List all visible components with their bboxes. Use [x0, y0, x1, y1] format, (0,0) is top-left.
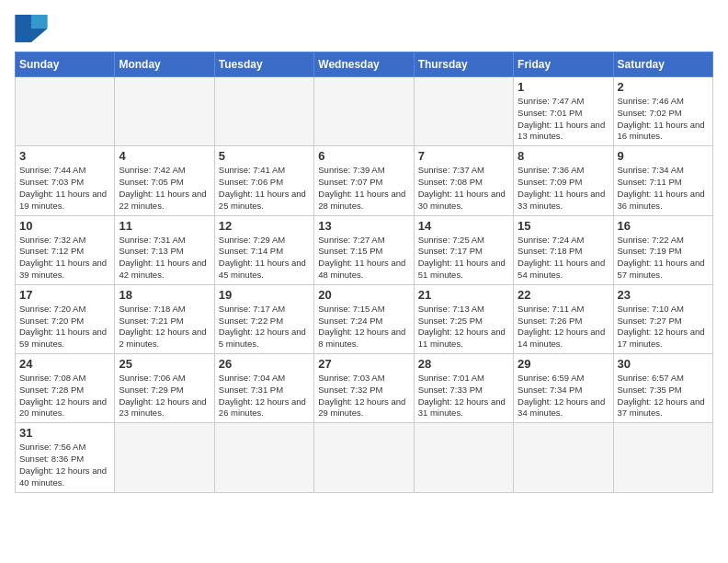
calendar-day-cell: 7Sunrise: 7:37 AM Sunset: 7:08 PM Daylig… [414, 146, 513, 215]
calendar-day-cell: 15Sunrise: 7:24 AM Sunset: 7:18 PM Dayli… [514, 215, 613, 284]
day-sun-info: Sunrise: 7:08 AM Sunset: 7:28 PM Dayligh… [19, 373, 110, 419]
day-number: 21 [418, 288, 509, 302]
calendar-day-cell: 5Sunrise: 7:41 AM Sunset: 7:06 PM Daylig… [214, 146, 313, 215]
day-number: 7 [418, 149, 509, 163]
calendar-day-cell: 19Sunrise: 7:17 AM Sunset: 7:22 PM Dayli… [214, 284, 313, 353]
weekday-header: Tuesday [214, 52, 313, 77]
day-sun-info: Sunrise: 7:20 AM Sunset: 7:20 PM Dayligh… [19, 304, 110, 350]
day-sun-info: Sunrise: 7:34 AM Sunset: 7:11 PM Dayligh… [618, 165, 709, 212]
calendar-day-cell: 22Sunrise: 7:11 AM Sunset: 7:26 PM Dayli… [514, 284, 613, 353]
day-number: 31 [19, 426, 110, 440]
calendar-day-cell [314, 77, 414, 146]
calendar-day-cell: 26Sunrise: 7:04 AM Sunset: 7:31 PM Dayli… [214, 354, 313, 423]
calendar-day-cell [414, 423, 513, 492]
calendar-day-cell: 29Sunrise: 6:59 AM Sunset: 7:34 PM Dayli… [514, 354, 613, 423]
calendar-day-cell: 12Sunrise: 7:29 AM Sunset: 7:14 PM Dayli… [214, 215, 313, 284]
day-sun-info: Sunrise: 7:29 AM Sunset: 7:14 PM Dayligh… [219, 235, 310, 282]
day-sun-info: Sunrise: 7:04 AM Sunset: 7:31 PM Dayligh… [219, 373, 310, 419]
day-number: 16 [618, 219, 709, 233]
day-number: 26 [219, 357, 310, 371]
day-sun-info: Sunrise: 7:32 AM Sunset: 7:12 PM Dayligh… [19, 235, 110, 282]
calendar-day-cell [16, 77, 115, 146]
day-sun-info: Sunrise: 7:47 AM Sunset: 7:01 PM Dayligh… [518, 96, 609, 143]
day-sun-info: Sunrise: 7:44 AM Sunset: 7:03 PM Dayligh… [19, 165, 110, 212]
day-number: 18 [119, 288, 210, 302]
weekday-header: Sunday [16, 52, 115, 77]
day-number: 27 [318, 357, 409, 371]
day-sun-info: Sunrise: 7:03 AM Sunset: 7:32 PM Dayligh… [318, 373, 409, 419]
weekday-header: Friday [514, 52, 613, 77]
day-number: 12 [219, 219, 310, 233]
day-sun-info: Sunrise: 7:11 AM Sunset: 7:26 PM Dayligh… [518, 304, 609, 350]
svg-marker-2 [31, 29, 48, 42]
calendar-day-cell: 30Sunrise: 6:57 AM Sunset: 7:35 PM Dayli… [613, 354, 712, 423]
day-sun-info: Sunrise: 7:10 AM Sunset: 7:27 PM Dayligh… [618, 304, 709, 350]
day-sun-info: Sunrise: 7:22 AM Sunset: 7:19 PM Dayligh… [618, 235, 709, 282]
day-number: 28 [418, 357, 509, 371]
day-sun-info: Sunrise: 7:06 AM Sunset: 7:29 PM Dayligh… [119, 373, 210, 419]
logo [15, 15, 51, 42]
calendar-day-cell: 28Sunrise: 7:01 AM Sunset: 7:33 PM Dayli… [414, 354, 513, 423]
day-sun-info: Sunrise: 7:15 AM Sunset: 7:24 PM Dayligh… [318, 304, 409, 350]
day-number: 4 [119, 149, 210, 163]
day-number: 1 [518, 80, 609, 94]
calendar-day-cell: 31Sunrise: 7:56 AM Sunset: 8:36 PM Dayli… [16, 423, 115, 492]
day-number: 2 [618, 80, 709, 94]
calendar-day-cell: 21Sunrise: 7:13 AM Sunset: 7:25 PM Dayli… [414, 284, 513, 353]
calendar-day-cell: 6Sunrise: 7:39 AM Sunset: 7:07 PM Daylig… [314, 146, 414, 215]
weekday-header: Monday [115, 52, 214, 77]
day-sun-info: Sunrise: 7:18 AM Sunset: 7:21 PM Dayligh… [119, 304, 210, 350]
calendar-day-cell [314, 423, 414, 492]
day-number: 29 [518, 357, 609, 371]
day-number: 20 [318, 288, 409, 302]
day-number: 11 [119, 219, 210, 233]
calendar-day-cell [214, 77, 313, 146]
day-sun-info: Sunrise: 7:25 AM Sunset: 7:17 PM Dayligh… [418, 235, 509, 282]
calendar-day-cell [514, 423, 613, 492]
calendar-day-cell: 27Sunrise: 7:03 AM Sunset: 7:32 PM Dayli… [314, 354, 414, 423]
day-sun-info: Sunrise: 7:31 AM Sunset: 7:13 PM Dayligh… [119, 235, 210, 282]
calendar-week-row: 31Sunrise: 7:56 AM Sunset: 8:36 PM Dayli… [16, 423, 713, 492]
day-number: 3 [19, 149, 110, 163]
day-sun-info: Sunrise: 7:01 AM Sunset: 7:33 PM Dayligh… [418, 373, 509, 419]
calendar-day-cell: 24Sunrise: 7:08 AM Sunset: 7:28 PM Dayli… [16, 354, 115, 423]
day-number: 9 [618, 149, 709, 163]
calendar-day-cell: 25Sunrise: 7:06 AM Sunset: 7:29 PM Dayli… [115, 354, 214, 423]
day-number: 19 [219, 288, 310, 302]
day-sun-info: Sunrise: 7:17 AM Sunset: 7:22 PM Dayligh… [219, 304, 310, 350]
weekday-header: Wednesday [314, 52, 414, 77]
page-header [15, 15, 713, 42]
day-number: 23 [618, 288, 709, 302]
calendar-day-cell [115, 77, 214, 146]
calendar-day-cell: 3Sunrise: 7:44 AM Sunset: 7:03 PM Daylig… [16, 146, 115, 215]
day-number: 22 [518, 288, 609, 302]
logo-icon [15, 15, 48, 42]
weekday-header: Thursday [414, 52, 513, 77]
calendar-day-cell: 10Sunrise: 7:32 AM Sunset: 7:12 PM Dayli… [16, 215, 115, 284]
day-sun-info: Sunrise: 7:39 AM Sunset: 7:07 PM Dayligh… [318, 165, 409, 212]
calendar-week-row: 24Sunrise: 7:08 AM Sunset: 7:28 PM Dayli… [16, 354, 713, 423]
calendar-day-cell: 2Sunrise: 7:46 AM Sunset: 7:02 PM Daylig… [613, 77, 712, 146]
calendar-day-cell: 9Sunrise: 7:34 AM Sunset: 7:11 PM Daylig… [613, 146, 712, 215]
day-number: 13 [318, 219, 409, 233]
calendar-day-cell: 14Sunrise: 7:25 AM Sunset: 7:17 PM Dayli… [414, 215, 513, 284]
calendar-week-row: 3Sunrise: 7:44 AM Sunset: 7:03 PM Daylig… [16, 146, 713, 215]
calendar-day-cell: 1Sunrise: 7:47 AM Sunset: 7:01 PM Daylig… [514, 77, 613, 146]
day-number: 25 [119, 357, 210, 371]
calendar-table: SundayMondayTuesdayWednesdayThursdayFrid… [15, 52, 713, 493]
day-sun-info: Sunrise: 7:36 AM Sunset: 7:09 PM Dayligh… [518, 165, 609, 212]
calendar-day-cell: 20Sunrise: 7:15 AM Sunset: 7:24 PM Dayli… [314, 284, 414, 353]
svg-rect-0 [15, 15, 31, 42]
svg-marker-1 [31, 15, 48, 29]
calendar-day-cell [613, 423, 712, 492]
day-sun-info: Sunrise: 7:24 AM Sunset: 7:18 PM Dayligh… [518, 235, 609, 282]
day-sun-info: Sunrise: 7:27 AM Sunset: 7:15 PM Dayligh… [318, 235, 409, 282]
calendar-week-row: 10Sunrise: 7:32 AM Sunset: 7:12 PM Dayli… [16, 215, 713, 284]
calendar-day-cell: 4Sunrise: 7:42 AM Sunset: 7:05 PM Daylig… [115, 146, 214, 215]
calendar-day-cell: 23Sunrise: 7:10 AM Sunset: 7:27 PM Dayli… [613, 284, 712, 353]
day-number: 14 [418, 219, 509, 233]
calendar-week-row: 17Sunrise: 7:20 AM Sunset: 7:20 PM Dayli… [16, 284, 713, 353]
weekday-header: Saturday [613, 52, 712, 77]
day-number: 8 [518, 149, 609, 163]
calendar-day-cell [414, 77, 513, 146]
